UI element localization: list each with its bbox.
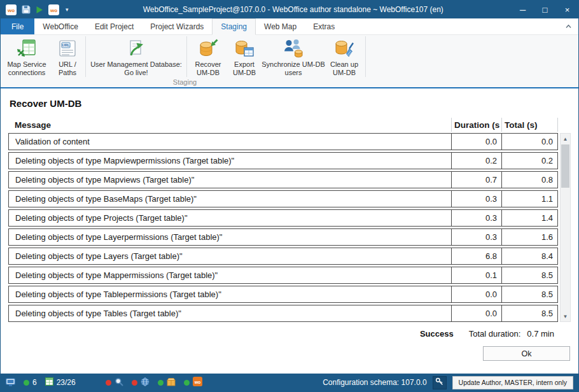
row-message: Deleting objects of type Mappermissions … — [9, 267, 451, 283]
url-paths-button[interactable]: URL URL / Paths — [52, 36, 83, 78]
go-live-icon — [126, 38, 146, 59]
row-total: 1.4 — [501, 210, 557, 226]
row-duration: 0.2 — [451, 153, 501, 169]
row-total: 8.5 — [501, 286, 557, 302]
row-duration: 6.8 — [451, 248, 501, 264]
table-row[interactable]: Deleting objects of type Mappermissions … — [8, 267, 558, 284]
tab-weboffice[interactable]: WebOffice — [34, 18, 87, 34]
tab-staging[interactable]: Staging — [212, 18, 256, 35]
counter-2-value: 23/26 — [57, 378, 76, 387]
update-author-button[interactable]: Update Author, MASTER, intern only — [452, 376, 573, 389]
scrollbar-track[interactable] — [561, 144, 570, 311]
total-duration-value: 0.7 min — [527, 329, 554, 339]
synchronize-umdb-users-button[interactable]: Synchronize UM-DB users — [262, 36, 325, 78]
export-umdb-icon — [234, 38, 255, 59]
row-total: 1.6 — [501, 229, 557, 245]
row-total: 0.0 — [501, 134, 557, 150]
globe-icon — [141, 377, 150, 388]
weboffice-logo-icon[interactable]: wo — [6, 4, 17, 15]
ribbon-separator — [85, 36, 86, 77]
save-icon[interactable] — [22, 5, 31, 14]
monitor-status-icon[interactable] — [6, 378, 15, 387]
row-duration: 0.3 — [451, 210, 501, 226]
web-service-status[interactable] — [132, 377, 150, 388]
tab-edit-project[interactable]: Edit Project — [87, 18, 142, 34]
ok-button[interactable]: Ok — [483, 346, 570, 361]
ribbon-separator — [186, 36, 187, 77]
go-live-button[interactable]: User Management Database: Go live! — [88, 36, 185, 78]
tab-project-wizards[interactable]: Project Wizards — [142, 18, 212, 34]
row-total: 8.4 — [501, 248, 557, 264]
weboffice-status-logo-icon: wo — [193, 377, 202, 388]
export-umdb-button[interactable]: Export UM-DB — [227, 36, 262, 78]
key-icon — [435, 377, 443, 388]
svg-text:wo: wo — [7, 8, 15, 13]
status-counter-1[interactable]: 6 — [24, 378, 37, 387]
statusbar: 6 23/26 w — [1, 374, 578, 391]
column-header-total: Total (s) — [502, 118, 558, 132]
titlebar: wo wo ▾ WebOffice_SampleProject@107.0.0 … — [1, 1, 578, 18]
minimize-button[interactable]: ─ — [512, 1, 534, 18]
recover-umdb-icon — [198, 38, 218, 59]
magnifier-icon — [115, 377, 123, 388]
table-body: Validation of content 0.0 0.0 Deleting o… — [8, 133, 558, 322]
scroll-up-icon[interactable]: ▲ — [561, 134, 570, 144]
table-row[interactable]: Deleting objects of type Tablepermission… — [8, 286, 558, 303]
vertical-scrollbar[interactable]: ▲ ▼ — [560, 133, 571, 322]
row-duration: 0.0 — [451, 134, 501, 150]
table-row[interactable]: Deleting objects of type Layerpermission… — [8, 228, 558, 246]
weboffice-author-icon[interactable]: wo — [48, 4, 59, 15]
map-service-connections-button[interactable]: Map Service connections — [2, 36, 52, 78]
table-row[interactable]: Deleting objects of type Projects (Targe… — [8, 209, 558, 227]
row-total: 0.2 — [501, 153, 557, 169]
row-message: Deleting objects of type Layerpermission… — [9, 229, 451, 245]
table-row[interactable]: Deleting objects of type BaseMaps (Targe… — [8, 190, 558, 207]
table-row[interactable]: Deleting objects of type Mapviews (Targe… — [8, 171, 558, 188]
run-icon[interactable] — [36, 6, 43, 14]
table-row[interactable]: Deleting objects of type Layers (Target … — [8, 248, 558, 265]
tab-file[interactable]: File — [1, 18, 34, 34]
package-service-status[interactable] — [158, 377, 176, 388]
ribbon-button-label: Clean up UM-DB — [325, 60, 363, 77]
scrollbar-thumb[interactable] — [561, 144, 569, 188]
table-row[interactable]: Deleting objects of type Mapviewpermissi… — [8, 152, 558, 169]
tab-web-map[interactable]: Web Map — [256, 18, 305, 34]
ribbon-group-staging: Map Service connections URL URL / — [1, 35, 369, 87]
key-button[interactable] — [433, 376, 447, 389]
status-counter-2[interactable]: 23/26 — [45, 377, 76, 388]
row-message: Deleting objects of type Mapviewpermissi… — [9, 153, 451, 169]
row-total: 1.1 — [501, 191, 557, 207]
row-duration: 0.0 — [451, 286, 501, 302]
row-message: Validation of content — [9, 134, 451, 150]
ribbon-button-label: URL / Paths — [52, 60, 83, 77]
scroll-down-icon[interactable]: ▼ — [561, 311, 570, 321]
qat-dropdown-icon[interactable]: ▾ — [64, 6, 70, 13]
counter-1-value: 6 — [32, 378, 37, 387]
url-paths-icon: URL — [57, 38, 78, 59]
row-total: 8.5 — [501, 267, 557, 283]
search-service-status[interactable] — [106, 377, 123, 388]
cleanup-umdb-button[interactable]: Clean up UM-DB — [325, 36, 363, 78]
close-button[interactable]: × — [556, 1, 578, 18]
row-total: 8.5 — [501, 305, 557, 321]
ribbon-buttons: Map Service connections URL URL / — [2, 36, 368, 78]
window-title: WebOffice_SampleProject@107.0.0 - WebOff… — [75, 5, 512, 14]
chevron-up-icon — [565, 21, 572, 32]
row-message: Deleting objects of type Projects (Targe… — [9, 210, 451, 226]
table-row[interactable]: Deleting objects of type Tables (Target … — [8, 305, 558, 322]
ribbon-button-label: Synchronize UM-DB users — [262, 60, 325, 77]
weboffice-service-status[interactable]: wo — [184, 377, 202, 388]
row-total: 0.8 — [501, 172, 557, 188]
table-row[interactable]: Validation of content 0.0 0.0 — [8, 133, 558, 150]
page-title: Recover UM-DB — [10, 98, 571, 109]
status-text: Success — [420, 329, 454, 339]
maximize-button[interactable]: □ — [534, 1, 556, 18]
recover-umdb-button[interactable]: Recover UM-DB — [189, 36, 227, 78]
tab-extras[interactable]: Extras — [305, 18, 343, 34]
configuration-schema-label: Configuration schema: 107.0.0 — [323, 378, 426, 387]
collapse-ribbon-button[interactable] — [559, 18, 578, 34]
ribbon-button-label: Map Service connections — [2, 60, 52, 77]
column-header-duration: Duration (s — [452, 118, 502, 132]
row-message: Deleting objects of type Tablepermission… — [9, 286, 451, 302]
row-message: Deleting objects of type Mapviews (Targe… — [9, 172, 451, 188]
